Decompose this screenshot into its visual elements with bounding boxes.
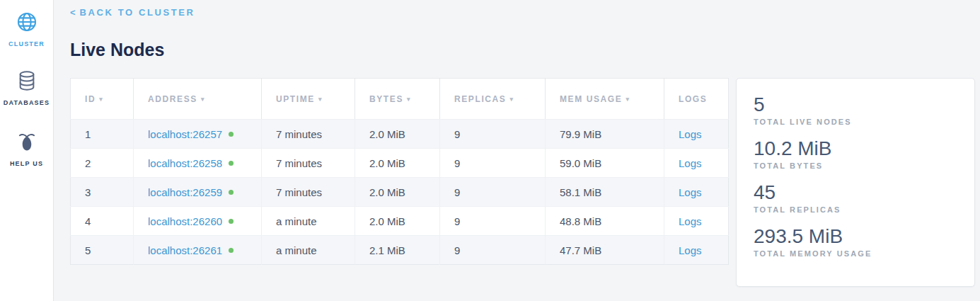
node-uptime-cell: a minute — [262, 207, 355, 236]
column-header-replicas[interactable]: REPLICAS▾ — [440, 79, 546, 120]
page-title: Live Nodes — [70, 40, 164, 60]
column-header-logs: LOGS — [664, 79, 729, 120]
node-address-link[interactable]: localhost:26258 — [148, 157, 222, 169]
sidebar-item-cluster[interactable]: CLUSTER — [0, 11, 53, 47]
stat-label: TOTAL MEMORY USAGE — [754, 249, 957, 258]
node-address-cell: localhost:26259 — [134, 178, 262, 207]
sidebar-item-helpus[interactable]: HELP US — [0, 130, 53, 167]
table-header-row: ID▾ ADDRESS▾ UPTIME▾ BYTES▾ REPLICAS▾ ME… — [71, 79, 729, 120]
bug-icon — [0, 130, 53, 156]
node-uptime-cell: 7 minutes — [262, 120, 355, 149]
node-live-icon — [229, 161, 234, 166]
stat-label: TOTAL BYTES — [754, 161, 957, 170]
node-mem-usage-cell: 79.9 MiB — [546, 120, 664, 149]
node-logs-cell: Logs — [664, 178, 729, 207]
back-to-cluster-link[interactable]: <BACK TO CLUSTER — [70, 7, 195, 18]
cluster-summary-card: 5 TOTAL LIVE NODES 10.2 MiB TOTAL BYTES … — [736, 78, 975, 287]
sidebar: CLUSTER DATABASES HELP US — [0, 0, 54, 301]
column-header-uptime[interactable]: UPTIME▾ — [262, 79, 355, 120]
node-live-icon — [229, 248, 234, 253]
node-live-icon — [229, 132, 234, 137]
node-id-cell: 4 — [71, 207, 134, 236]
stat-value: 45 — [754, 181, 957, 204]
table-row: 3 localhost:26259 7 minutes 2.0 MiB 9 58… — [71, 178, 729, 207]
sort-arrow-icon: ▾ — [509, 96, 514, 103]
node-replicas-cell: 9 — [440, 236, 546, 265]
sidebar-item-label: DATABASES — [0, 99, 53, 106]
table-row: 1 localhost:26257 7 minutes 2.0 MiB 9 79… — [71, 120, 729, 149]
globe-icon — [0, 11, 53, 36]
node-mem-usage-cell: 58.1 MiB — [546, 178, 664, 207]
node-logs-link[interactable]: Logs — [679, 157, 702, 169]
node-address-link[interactable]: localhost:26260 — [148, 215, 222, 227]
sidebar-item-databases[interactable]: DATABASES — [0, 69, 53, 106]
node-address-cell: localhost:26258 — [134, 149, 262, 178]
node-bytes-cell: 2.1 MiB — [355, 236, 440, 265]
stat-total-replicas: 45 TOTAL REPLICAS — [754, 181, 957, 214]
node-replicas-cell: 9 — [440, 178, 546, 207]
stat-value: 10.2 MiB — [754, 137, 957, 160]
stat-total-memory-usage: 293.5 MiB TOTAL MEMORY USAGE — [754, 225, 957, 258]
back-arrow-icon: < — [70, 7, 76, 18]
node-replicas-cell: 9 — [440, 149, 546, 178]
sidebar-item-label: CLUSTER — [0, 40, 53, 47]
back-link-label: BACK TO CLUSTER — [80, 7, 195, 18]
node-uptime-cell: a minute — [262, 236, 355, 265]
node-address-cell: localhost:26260 — [134, 207, 262, 236]
node-live-icon — [229, 219, 234, 224]
node-logs-cell: Logs — [664, 236, 729, 265]
node-logs-cell: Logs — [664, 120, 729, 149]
node-mem-usage-cell: 59.0 MiB — [546, 149, 664, 178]
sort-arrow-icon: ▾ — [201, 96, 205, 103]
column-header-address[interactable]: ADDRESS▾ — [134, 79, 262, 120]
stat-label: TOTAL LIVE NODES — [754, 118, 957, 126]
node-mem-usage-cell: 48.8 MiB — [546, 207, 664, 236]
stat-label: TOTAL REPLICAS — [754, 205, 957, 214]
live-nodes-table: ID▾ ADDRESS▾ UPTIME▾ BYTES▾ REPLICAS▾ ME… — [70, 78, 729, 265]
stat-value: 293.5 MiB — [754, 225, 957, 248]
stat-total-bytes: 10.2 MiB TOTAL BYTES — [754, 137, 957, 170]
stat-total-live-nodes: 5 TOTAL LIVE NODES — [754, 93, 957, 126]
column-header-bytes[interactable]: BYTES▾ — [355, 79, 440, 120]
stat-value: 5 — [754, 93, 957, 116]
node-logs-link[interactable]: Logs — [679, 128, 702, 140]
sort-arrow-icon: ▾ — [407, 96, 411, 103]
node-logs-cell: Logs — [664, 149, 729, 178]
node-uptime-cell: 7 minutes — [262, 149, 355, 178]
node-replicas-cell: 9 — [440, 207, 546, 236]
node-address-cell: localhost:26257 — [134, 120, 262, 149]
node-bytes-cell: 2.0 MiB — [355, 178, 440, 207]
node-bytes-cell: 2.0 MiB — [355, 120, 440, 149]
sort-arrow-icon: ▾ — [626, 96, 630, 103]
sidebar-item-label: HELP US — [0, 160, 53, 167]
node-logs-link[interactable]: Logs — [679, 244, 702, 256]
node-id-cell: 2 — [71, 149, 134, 178]
node-address-cell: localhost:26261 — [134, 236, 262, 265]
node-id-cell: 5 — [71, 236, 134, 265]
column-header-id[interactable]: ID▾ — [71, 79, 134, 120]
node-address-link[interactable]: localhost:26257 — [148, 128, 222, 140]
live-nodes-page: CLUSTER DATABASES HELP US — [0, 0, 980, 301]
sort-arrow-icon: ▾ — [99, 96, 103, 103]
node-mem-usage-cell: 47.7 MiB — [546, 236, 664, 265]
node-id-cell: 3 — [71, 178, 134, 207]
node-address-link[interactable]: localhost:26261 — [148, 244, 222, 256]
node-bytes-cell: 2.0 MiB — [355, 149, 440, 178]
node-uptime-cell: 7 minutes — [262, 178, 355, 207]
node-id-cell: 1 — [71, 120, 134, 149]
table-row: 4 localhost:26260 a minute 2.0 MiB 9 48.… — [71, 207, 729, 236]
node-address-link[interactable]: localhost:26259 — [148, 186, 222, 198]
sort-arrow-icon: ▾ — [318, 96, 323, 103]
node-logs-link[interactable]: Logs — [679, 186, 702, 198]
node-logs-link[interactable]: Logs — [679, 215, 702, 227]
node-replicas-cell: 9 — [440, 120, 546, 149]
node-live-icon — [229, 190, 234, 195]
column-header-mem-usage[interactable]: MEM USAGE▾ — [546, 79, 664, 120]
table-row: 5 localhost:26261 a minute 2.1 MiB 9 47.… — [71, 236, 729, 265]
node-bytes-cell: 2.0 MiB — [355, 207, 440, 236]
databases-icon — [0, 69, 53, 95]
node-logs-cell: Logs — [664, 207, 729, 236]
table-row: 2 localhost:26258 7 minutes 2.0 MiB 9 59… — [71, 149, 729, 178]
